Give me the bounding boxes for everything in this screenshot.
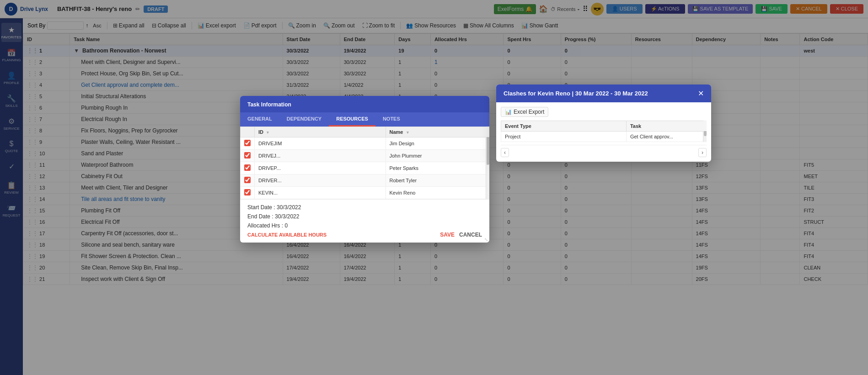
clashes-modal: Clashes for Kevin Reno | 30 Mar 2022 - 3…	[496, 85, 711, 162]
res-id-cell: KEVIN...	[255, 187, 386, 199]
task-modal-title: Task Information	[247, 101, 291, 108]
clash-event-type: Project	[501, 132, 627, 142]
clash-task: Get Client approv...	[626, 132, 707, 142]
clashes-pagination: ‹ ›	[501, 145, 707, 157]
clashes-next-button[interactable]: ›	[698, 148, 707, 157]
clashes-modal-body: 📊 Excel Export Event Type Task Start End…	[496, 102, 711, 162]
tab-dependency[interactable]: DEPENDENCY	[279, 112, 329, 127]
task-modal-body: ID ▾ Name ▾ Avail Hrs ▾ Clashes ▾ DRIVEJ…	[240, 127, 489, 243]
res-name-cell: Robert Tyler	[386, 174, 489, 187]
res-name-cell: Kevin Reno	[386, 187, 489, 199]
res-checkbox-cell	[241, 137, 255, 150]
res-checkbox-cell	[241, 162, 255, 174]
clash-col-event: Event Type	[501, 121, 627, 132]
resource-checkbox[interactable]	[244, 140, 251, 146]
resources-scrollbar	[486, 127, 489, 199]
footer-end-date: End Date : 30/3/2022	[247, 213, 482, 220]
clashes-close-button[interactable]: ✕	[698, 89, 704, 98]
res-name-cell: Jim Design	[386, 137, 489, 150]
clashes-excel-export-button[interactable]: 📊 Excel Export	[501, 107, 548, 117]
res-col-id: ID ▾	[255, 127, 386, 137]
modal-save-button[interactable]: SAVE	[440, 232, 455, 238]
resources-scroll[interactable]: ID ▾ Name ▾ Avail Hrs ▾ Clashes ▾ DRIVEJ…	[240, 127, 489, 199]
task-modal-footer: Start Date : 30/3/2022 End Date : 30/3/2…	[240, 199, 489, 243]
tab-notes[interactable]: NOTES	[375, 112, 407, 127]
clashes-table-wrapper: Event Type Task Start End Progress Proje…	[501, 121, 707, 142]
tab-general[interactable]: GENERAL	[240, 112, 279, 127]
res-checkbox-cell	[241, 150, 255, 162]
resource-row: KEVIN... Kevin Reno 11.5 Show Clashes	[241, 187, 490, 199]
clashes-modal-header: Clashes for Kevin Reno | 30 Mar 2022 - 3…	[496, 85, 711, 102]
res-checkbox-cell	[241, 187, 255, 199]
res-id-cell: DRIVER...	[255, 174, 386, 187]
resource-row: DRIVEP... Peter Sparks 8.0 No Clashes	[241, 162, 490, 174]
res-id-cell: DRIVEJIM	[255, 137, 386, 150]
task-modal-header: Task Information	[240, 96, 489, 112]
tab-resources[interactable]: RESOURCES	[329, 112, 375, 127]
resource-checkbox[interactable]	[244, 189, 251, 195]
res-id-cell: DRIVEJ...	[255, 150, 386, 162]
clash-col-task: Task	[626, 121, 707, 132]
clashes-prev-button[interactable]: ‹	[501, 148, 509, 157]
resource-checkbox[interactable]	[244, 177, 251, 183]
res-id-cell: DRIVEP...	[255, 162, 386, 174]
resize-handle[interactable]: ⤡	[483, 236, 489, 243]
excel-icon: 📊	[505, 109, 512, 115]
resources-table: ID ▾ Name ▾ Avail Hrs ▾ Clashes ▾ DRIVEJ…	[240, 127, 489, 199]
resource-row: DRIVEJIM Jim Design 8.0 No Clashes	[241, 137, 490, 150]
clash-row: Project Get Client approv... 29/3/2022 3…	[501, 132, 707, 142]
resources-header-row: ID ▾ Name ▾ Avail Hrs ▾ Clashes ▾	[241, 127, 490, 137]
res-name-cell: John Plummer	[386, 150, 489, 162]
clashes-scroll[interactable]: Event Type Task Start End Progress Proje…	[501, 121, 707, 142]
res-col-name: Name ▾	[386, 127, 489, 137]
res-checkbox-cell	[241, 174, 255, 187]
footer-actions: CALCULATE AVAILABLE HOURS SAVE CANCEL	[247, 232, 482, 238]
resource-row: DRIVER... Robert Tyler 8.0 No Clashes	[241, 174, 490, 187]
resource-row: DRIVEJ... John Plummer 8.0 No Clashes	[241, 150, 490, 162]
clashes-modal-title: Clashes for Kevin Reno | 30 Mar 2022 - 3…	[504, 90, 648, 97]
res-name-cell: Peter Sparks	[386, 162, 489, 174]
resource-checkbox[interactable]	[244, 164, 251, 171]
res-col-cb	[241, 127, 255, 137]
footer-alloc-hrs: Allocated Hrs : 0	[247, 222, 482, 229]
task-modal-tabs: GENERAL DEPENDENCY RESOURCES NOTES	[240, 112, 489, 127]
clashes-header-row: Event Type Task Start End Progress	[501, 121, 707, 132]
modal-cancel-button[interactable]: CANCEL	[459, 232, 482, 238]
clashes-table: Event Type Task Start End Progress Proje…	[501, 121, 707, 142]
footer-start-date: Start Date : 30/3/2022	[247, 204, 482, 211]
resource-checkbox[interactable]	[244, 152, 251, 158]
calculate-available-hours-button[interactable]: CALCULATE AVAILABLE HOURS	[247, 232, 327, 238]
task-info-modal: Task Information GENERAL DEPENDENCY RESO…	[240, 96, 489, 243]
